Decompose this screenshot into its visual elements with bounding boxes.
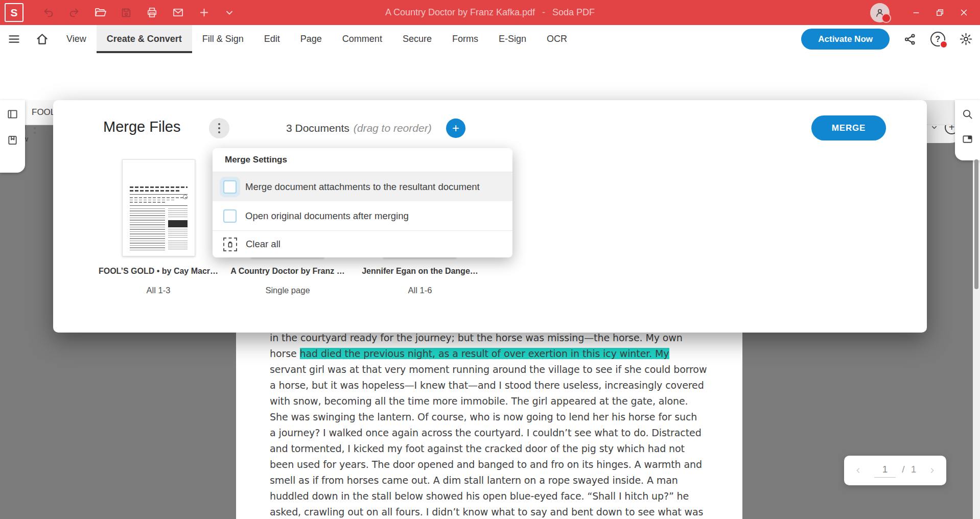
menu-ocr[interactable]: OCR — [536, 25, 577, 53]
next-page-icon[interactable] — [928, 466, 936, 475]
document-text-line: huddled down in the stall below showed h… — [270, 488, 730, 504]
merge-button[interactable]: MERGE — [811, 115, 886, 140]
reorder-hint: (drag to reorder) — [354, 122, 432, 134]
open-originals-option[interactable]: Open original documents after merging — [213, 201, 512, 230]
window-title-separator: - — [542, 7, 545, 17]
user-avatar[interactable] — [870, 3, 890, 22]
merge-settings-kebab-button[interactable] — [209, 118, 229, 138]
window-title-app: Soda PDF — [552, 7, 595, 17]
scrollbar-thumb[interactable] — [974, 159, 978, 289]
close-button[interactable] — [952, 0, 976, 25]
help-icon[interactable]: ? — [930, 32, 945, 46]
side-panel-icon[interactable] — [7, 108, 18, 120]
undo-icon[interactable] — [43, 7, 54, 18]
document-card[interactable] — [122, 159, 195, 256]
document-count: 3 Documents(drag to reorder) — [286, 122, 432, 134]
merge-attachments-option[interactable]: Merge document attachments to the result… — [213, 172, 512, 201]
window-title-document: A Country Doctor by Franz Kafka.pdf — [385, 7, 535, 17]
print-icon[interactable] — [146, 7, 158, 18]
document-text-line: a journey? I walked once again across th… — [270, 425, 730, 441]
open-originals-checkbox[interactable] — [223, 209, 237, 223]
restore-window-button[interactable] — [928, 0, 952, 25]
save-icon[interactable] — [121, 7, 132, 18]
menu-edit[interactable]: Edit — [254, 25, 290, 53]
document-text-line: asked, crawling out on all fours. I didn… — [270, 504, 730, 519]
merge-attachments-checkbox[interactable] — [223, 180, 237, 194]
create-convert-toolbar: New File to PDF Scan to PDF Clipboard to… — [0, 53, 980, 101]
soda-pdf-window: S A Country Doctor by Franz Kafka.pdf-So… — [0, 0, 980, 519]
open-file-icon[interactable] — [94, 7, 106, 19]
document-text-line: servant girl was at that very moment run… — [270, 362, 730, 378]
document-text-line: been used for years. The door opened and… — [270, 457, 730, 473]
window-titlebar: S A Country Doctor by Franz Kafka.pdf-So… — [0, 0, 980, 25]
activate-now-button[interactable]: Activate Now — [801, 29, 890, 50]
page-navigator: 1 / 1 — [844, 456, 946, 485]
attachments-panel-icon[interactable] — [962, 133, 973, 145]
add-document-button[interactable]: + — [446, 119, 465, 138]
menu-forms[interactable]: Forms — [442, 25, 488, 53]
bookmark-panel-icon[interactable] — [7, 134, 18, 146]
soda-pdf-logo: S — [5, 3, 24, 22]
search-icon[interactable] — [962, 108, 973, 120]
avatar-notification-dot — [881, 13, 891, 23]
page-divider: / — [902, 464, 904, 475]
document-page-range[interactable]: All 1-3 — [97, 286, 220, 295]
document-name: Jennifer Egan on the Dange… — [359, 267, 481, 276]
document-thumbnail — [123, 160, 195, 256]
menu-fill-sign[interactable]: Fill & Sign — [192, 25, 254, 53]
home-icon[interactable] — [28, 25, 56, 53]
menu-secure[interactable]: Secure — [392, 25, 442, 53]
menu-esign[interactable]: E-Sign — [488, 25, 536, 53]
menu-page[interactable]: Page — [290, 25, 332, 53]
document-text: in the courtyard ready for the journey; … — [270, 330, 730, 519]
redo-icon[interactable] — [68, 7, 80, 18]
document-name: A Country Doctor by Franz … — [226, 267, 349, 276]
menu-create-convert[interactable]: Create & Convert — [97, 25, 192, 53]
document-text-line: smell as if from horses came out. A dim … — [270, 473, 730, 488]
clear-all-trash-icon — [223, 238, 237, 251]
document-text-line: a horse, but it was hopeless—I knew that… — [270, 378, 730, 393]
document-text-line: and tormented, I kicked my foot against … — [270, 441, 730, 457]
minimize-button[interactable] — [904, 0, 928, 25]
left-panel-rail — [0, 100, 25, 173]
hamburger-menu-icon[interactable] — [0, 25, 28, 53]
highlighted-text: had died the previous night, as a result… — [300, 348, 669, 359]
document-text-line: She was swinging the lantern. Of course,… — [270, 409, 730, 425]
total-pages: 1 — [911, 464, 917, 475]
add-tool-icon[interactable] — [198, 7, 210, 18]
document-page-range[interactable]: Single page — [226, 286, 349, 295]
help-notification-dot — [940, 40, 948, 49]
current-page-input[interactable]: 1 — [874, 464, 896, 478]
settings-gear-icon[interactable] — [959, 32, 973, 46]
toolbar-chevron-down-icon[interactable] — [224, 8, 235, 18]
menu-bar: View Create & Convert Fill & Sign Edit P… — [0, 25, 980, 54]
merge-settings-title: Merge Settings — [213, 148, 512, 172]
share-icon[interactable] — [903, 33, 917, 46]
right-panel-rail — [955, 100, 980, 160]
document-text-line: horse had died the previous night, as a … — [270, 346, 730, 362]
menu-comment[interactable]: Comment — [332, 25, 392, 53]
previous-page-icon[interactable] — [854, 466, 862, 475]
document-page-range[interactable]: All 1-6 — [359, 286, 481, 295]
clear-all-button[interactable]: Clear all — [213, 230, 512, 257]
dialog-title: Merge Files — [103, 119, 181, 135]
menu-view[interactable]: View — [56, 25, 97, 53]
email-icon[interactable] — [172, 7, 184, 18]
document-name: FOOL’S GOLD • by Cay Macr… — [97, 267, 220, 276]
document-text-line: with snow, becoming all the time more im… — [270, 393, 730, 409]
merge-settings-popup: Merge Settings Merge document attachment… — [213, 148, 512, 257]
